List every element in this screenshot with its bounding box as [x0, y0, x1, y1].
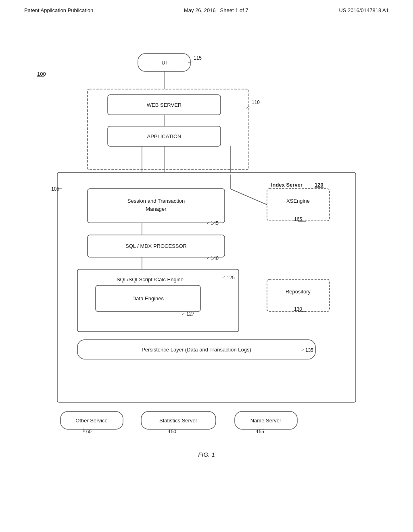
name-server-label: Name Server [250, 418, 282, 424]
ref-125: 125 [227, 275, 235, 281]
ref-145: 145 [211, 220, 219, 226]
diagram-area: 100 UI 115 110 WEB SERVER APPLI [0, 17, 413, 489]
header-center: May 26, 2016 Sheet 1 of 7 [184, 7, 248, 13]
header-left: Patent Application Publication [24, 7, 93, 13]
web-server-label: WEB SERVER [147, 102, 181, 108]
figure-caption: FIG. 1 [198, 451, 215, 458]
session-mgr-line2: Manager [146, 206, 167, 212]
ref-110: 110 [252, 100, 260, 105]
xsengine-label: XSEngine [286, 198, 310, 204]
sql-calc-label: SQL/SQLScript /Calc Engine [117, 276, 184, 283]
ref-115: 115 [194, 55, 202, 61]
svg-text:└: └ [81, 428, 86, 434]
repository-label: Repository [286, 289, 311, 295]
ref-140: 140 [211, 256, 219, 261]
ref-135: 135 [305, 347, 313, 353]
patent-diagram: 100 UI 115 110 WEB SERVER APPLI [25, 29, 388, 473]
patent-header: Patent Application Publication May 26, 2… [0, 0, 413, 17]
data-engines-label: Data Engines [132, 295, 164, 301]
ref-120-label: 120 [315, 182, 323, 188]
ref-130: 130 [294, 306, 302, 312]
index-server-label: Index Server [271, 182, 302, 188]
application-label: APPLICATION [147, 133, 181, 139]
other-service-label: Other Service [75, 418, 107, 424]
session-mgr-line1: Session and Transaction [127, 198, 185, 204]
svg-text:└: └ [166, 428, 170, 434]
header-right: US 2016/0147818 A1 [339, 7, 389, 13]
ref-100: 100 [37, 71, 46, 77]
ref-105: 105 [51, 186, 59, 192]
sql-mdx-label: SQL / MDX PROCESSOR [125, 243, 187, 249]
ref-127: 127 [186, 311, 194, 317]
ui-label: UI [162, 60, 167, 66]
svg-text:└: └ [254, 428, 258, 434]
statistics-server-label: Statistics Server [159, 418, 198, 424]
ref-165: 165 [294, 216, 302, 222]
page: Patent Application Publication May 26, 2… [0, 0, 413, 532]
svg-rect-27 [267, 189, 330, 221]
persistence-label: Persistence Layer (Data and Transaction … [142, 347, 251, 353]
